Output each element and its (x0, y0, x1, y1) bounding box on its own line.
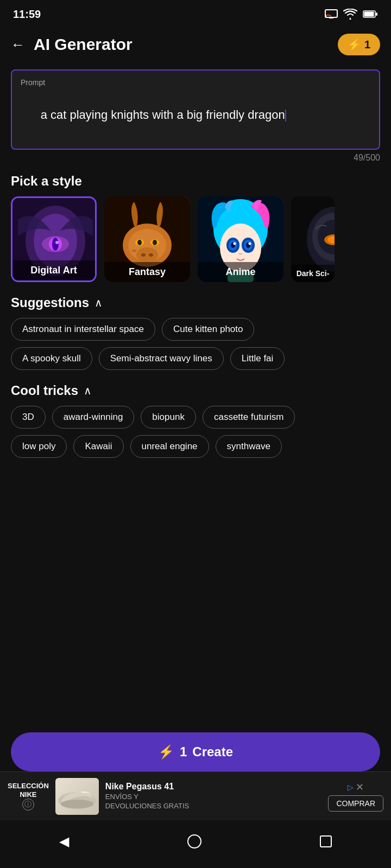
trick-synthwave[interactable]: synthwave (216, 435, 282, 458)
ad-text: Nike Pegasus 41 ENVÍOS Y DEVOLUCIONES GR… (105, 782, 322, 811)
credits-badge[interactable]: ⚡ 1 (338, 34, 380, 55)
ad-close-area: ▷ ✕ COMPRAR (328, 781, 383, 812)
status-icons (325, 9, 378, 20)
style-picker: Digital Art (0, 196, 391, 282)
suggestion-fairy[interactable]: Little fai (230, 347, 285, 370)
anime-label: Anime (198, 262, 283, 282)
styles-section-title: Pick a style (11, 174, 380, 189)
svg-point-12 (55, 241, 59, 244)
suggestion-kitten[interactable]: Cute kitten photo (162, 318, 255, 341)
ad-brand: SELECCIÓN NIKE (8, 782, 49, 799)
digital-art-label: Digital Art (12, 260, 95, 280)
svg-rect-5 (376, 12, 377, 16)
ad-banner: SELECCIÓN NIKE ⓘ Nike Pegasus 41 ENVÍOS … (0, 771, 391, 820)
trick-3d[interactable]: 3D (11, 406, 46, 429)
battery-icon (363, 10, 378, 18)
cool-tricks-chevron[interactable]: ∧ (84, 384, 92, 397)
cast-icon (325, 9, 338, 19)
create-bolt-icon: ⚡ (158, 744, 174, 760)
svg-rect-2 (329, 17, 333, 18)
status-bar: 11:59 (0, 0, 391, 27)
style-anime[interactable]: Anime (198, 196, 283, 282)
ad-triangle-icon: ▷ (348, 783, 354, 792)
suggestions-row-1: Astronaut in interstellar space Cute kit… (0, 318, 391, 341)
tricks-row-1: 3D award-winning biopunk cassette futuri… (0, 406, 391, 429)
ad-image (55, 778, 99, 815)
svg-point-32 (234, 242, 236, 245)
svg-point-33 (249, 242, 251, 245)
svg-point-18 (137, 240, 142, 245)
svg-point-11 (52, 238, 59, 251)
ad-buy-button[interactable]: COMPRAR (328, 795, 383, 812)
prompt-text[interactable]: a cat playing knights with a big friendl… (21, 90, 370, 140)
tricks-row-2: low poly Kawaii unreal engine synthwave (0, 435, 391, 458)
trick-kawaii[interactable]: Kawaii (73, 435, 123, 458)
svg-rect-4 (364, 12, 374, 17)
page-title: AI Generator (34, 35, 133, 54)
create-label: Create (192, 744, 233, 760)
suggestion-astronaut[interactable]: Astronaut in interstellar space (11, 318, 155, 341)
suggestions-row-2: A spooky skull Semi-abstract wavy lines … (0, 347, 391, 370)
suggestions-header: Suggestions ∧ (11, 295, 380, 310)
create-button[interactable]: ⚡ 1 Create (11, 732, 380, 771)
trick-cassette[interactable]: cassette futurism (203, 406, 295, 429)
prompt-container[interactable]: Prompt a cat playing knights with a big … (11, 69, 380, 150)
trick-biopunk[interactable]: biopunk (141, 406, 196, 429)
credits-count: 1 (364, 39, 370, 51)
trick-lowpoly[interactable]: low poly (11, 435, 67, 458)
status-time: 11:59 (13, 8, 41, 21)
ad-shoe-img (56, 780, 98, 813)
header-left: ← AI Generator (11, 35, 133, 54)
create-button-container: ⚡ 1 Create (0, 732, 391, 771)
suggestions-title: Suggestions (11, 295, 89, 310)
header: ← AI Generator ⚡ 1 (0, 27, 391, 64)
cool-tricks-title: Cool tricks (11, 383, 78, 398)
dark-sci-label: Dark Sci- (291, 265, 335, 282)
svg-point-42 (61, 800, 93, 808)
nav-home-button[interactable] (187, 834, 201, 848)
svg-point-21 (141, 253, 146, 257)
svg-point-20 (136, 247, 158, 263)
ad-title: Nike Pegasus 41 (105, 782, 322, 792)
svg-point-19 (153, 240, 157, 245)
nav-back-button[interactable]: ◀ (59, 834, 69, 849)
android-nav: ◀ (0, 820, 391, 868)
cool-tricks-header: Cool tricks ∧ (11, 383, 380, 398)
style-fantasy[interactable]: Fantasy (104, 196, 190, 282)
trick-award[interactable]: award-winning (52, 406, 135, 429)
ad-subtitle: ENVÍOS Y DEVOLUCIONES GRATIS (105, 793, 322, 811)
char-count: 49/500 (11, 153, 380, 163)
nav-recent-button[interactable] (320, 835, 332, 847)
ad-info-icon[interactable]: ⓘ (22, 799, 34, 810)
trick-unreal[interactable]: unreal engine (130, 435, 209, 458)
svg-point-22 (149, 253, 153, 257)
style-digital-art[interactable]: Digital Art (11, 196, 97, 282)
bolt-icon: ⚡ (348, 38, 361, 51)
prompt-label: Prompt (21, 78, 370, 87)
text-cursor (285, 110, 286, 122)
back-button[interactable]: ← (11, 36, 25, 53)
ad-close-icon[interactable]: ✕ (356, 781, 364, 793)
suggestion-skull[interactable]: A spooky skull (11, 347, 92, 370)
suggestions-chevron[interactable]: ∧ (94, 296, 103, 309)
fantasy-label: Fantasy (104, 262, 190, 282)
wifi-icon (343, 9, 357, 20)
create-credits: 1 (180, 744, 187, 760)
suggestion-wavy[interactable]: Semi-abstract wavy lines (99, 347, 224, 370)
style-dark-sci[interactable]: Dark Sci- (291, 196, 335, 282)
